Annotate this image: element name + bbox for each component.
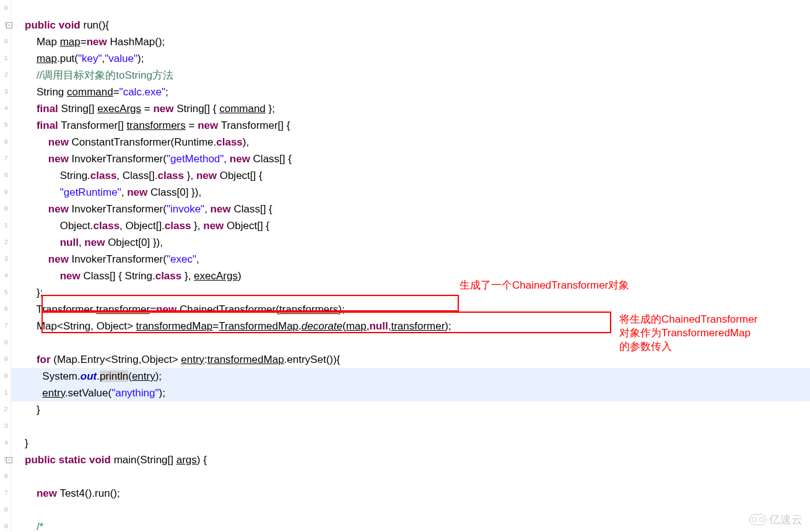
code-line[interactable] xyxy=(25,468,810,485)
gutter-line: 1 xyxy=(0,217,8,234)
code-line[interactable]: /* xyxy=(25,518,810,532)
code-line[interactable]: map.put("key","value"); xyxy=(25,50,810,67)
gutter-line: 0 xyxy=(0,368,8,385)
gutter-line: 4 xyxy=(0,435,8,451)
gutter-line: 6 xyxy=(0,301,8,318)
gutter-line: 0 xyxy=(0,33,8,50)
code-line[interactable]: new Class[] { String.class }, execArgs) xyxy=(25,268,810,284)
code-line[interactable]: null, new Object[0] }), xyxy=(25,234,810,251)
code-line[interactable]: public void run(){ xyxy=(25,17,810,33)
code-line[interactable]: Object.class, Object[].class }, new Obje… xyxy=(25,217,810,234)
gutter-line: 9 xyxy=(0,518,8,532)
code-line[interactable]: } xyxy=(25,401,810,418)
gutter-line: 7 xyxy=(0,150,8,167)
code-line-highlighted[interactable]: entry.setValue("anything"); xyxy=(11,385,810,401)
gutter-line: 6 xyxy=(0,134,8,150)
code-line[interactable] xyxy=(25,502,810,518)
watermark: 亿速云 xyxy=(749,512,803,527)
gutter-line: 3 xyxy=(0,418,8,435)
annotation-text-2: 将生成的ChainedTransformer 对象作为Transformered… xyxy=(619,313,757,354)
gutter-line: 5 xyxy=(0,117,8,134)
gutter-line: 4 xyxy=(0,268,8,284)
code-content[interactable]: public void run(){ Map map=new HashMap()… xyxy=(11,0,810,532)
code-line[interactable]: final String[] execArgs = new String[] {… xyxy=(25,100,810,117)
code-line[interactable]: String command="calc.exe"; xyxy=(25,84,810,100)
gutter-line: 9− xyxy=(0,17,8,33)
gutter-line: 1 xyxy=(0,50,8,67)
code-line[interactable]: }; xyxy=(25,284,810,301)
code-line[interactable]: public static void main(String[] args) { xyxy=(25,451,810,468)
gutter-line: 9 xyxy=(0,351,8,368)
gutter-line: 8 xyxy=(0,0,8,17)
gutter-line: 9 xyxy=(0,184,8,201)
code-line[interactable]: "getRuntime", new Class[0] }), xyxy=(25,184,810,201)
code-line[interactable]: } xyxy=(25,435,810,451)
code-line[interactable]: for (Map.Entry<String,Object> entry:tran… xyxy=(25,351,810,368)
code-line-highlighted[interactable]: System.out.println(entry); xyxy=(11,368,810,385)
line-number-gutter: 8 9− 0 1 2 3 4 5 6 7 8 9 0 1 2 3 4 5 6 7… xyxy=(0,0,11,532)
gutter-line: 6 xyxy=(0,468,8,485)
code-line[interactable]: //调用目标对象的toString方法 xyxy=(25,67,810,84)
gutter-line: 3 xyxy=(0,251,8,268)
code-line[interactable]: new InvokerTransformer("exec", xyxy=(25,251,810,268)
code-editor: 8 9− 0 1 2 3 4 5 6 7 8 9 0 1 2 3 4 5 6 7… xyxy=(0,0,810,532)
gutter-line: 5 xyxy=(0,284,8,301)
gutter-line: 7 xyxy=(0,485,8,502)
code-line[interactable]: new InvokerTransformer("getMethod", new … xyxy=(25,150,810,167)
gutter-line: 4 xyxy=(0,100,8,117)
code-line[interactable] xyxy=(25,0,810,17)
gutter-line: 2 xyxy=(0,401,8,418)
code-line[interactable] xyxy=(25,418,810,435)
gutter-line: 5− xyxy=(0,451,8,468)
code-line[interactable]: final Transformer[] transformers = new T… xyxy=(25,117,810,134)
code-line[interactable]: String.class, Class[].class }, new Objec… xyxy=(25,167,810,184)
gutter-line: 1 xyxy=(0,385,8,401)
gutter-line: 0 xyxy=(0,201,8,217)
gutter-line: 8 xyxy=(0,167,8,184)
code-line[interactable]: Map map=new HashMap(); xyxy=(25,33,810,50)
watermark-icon xyxy=(749,514,767,525)
watermark-text: 亿速云 xyxy=(769,512,803,527)
gutter-line: 2 xyxy=(0,234,8,251)
gutter-line: 8 xyxy=(0,502,8,518)
code-line[interactable]: new InvokerTransformer("invoke", new Cla… xyxy=(25,201,810,217)
gutter-line: 3 xyxy=(0,84,8,100)
gutter-line: 2 xyxy=(0,67,8,84)
gutter-line: 7 xyxy=(0,318,8,334)
gutter-line: 8 xyxy=(0,334,8,351)
code-line[interactable]: new Test4().run(); xyxy=(25,485,810,502)
annotation-text-1: 生成了一个ChainedTransformer对象 xyxy=(459,279,629,292)
code-line[interactable]: new ConstantTransformer(Runtime.class), xyxy=(25,134,810,150)
